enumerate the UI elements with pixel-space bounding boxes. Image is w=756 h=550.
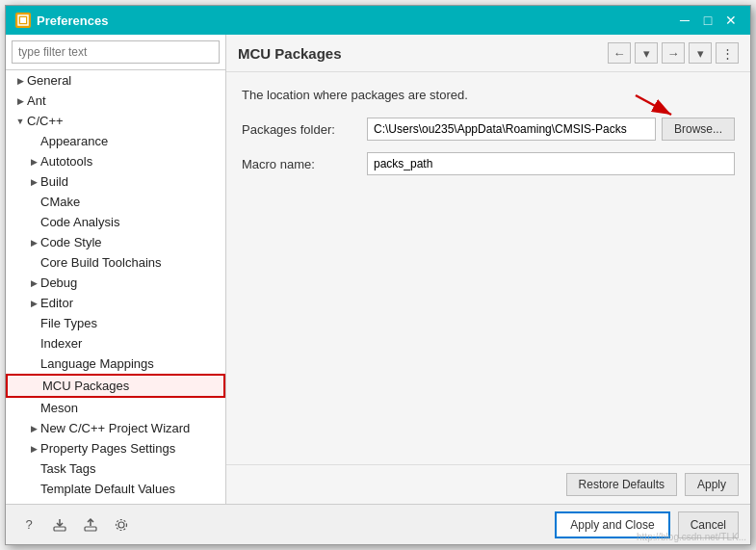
panel-toolbar: ← ▾ → ▾ ⋮ xyxy=(608,42,739,64)
help-button[interactable]: ? xyxy=(17,513,40,537)
description-text: The location where packages are stored. xyxy=(242,88,735,102)
packages-folder-row: Packages folder: xyxy=(242,118,735,141)
sidebar-item-label: Template Default Values xyxy=(40,482,218,496)
sidebar-item-general[interactable]: ▶ General xyxy=(6,70,225,91)
sidebar-item-appearance[interactable]: ▶ Appearance xyxy=(6,131,225,151)
panel-content: The location where packages are stored. … xyxy=(226,72,750,464)
sidebar-item-newcpp[interactable]: ▶ New C/C++ Project Wizard xyxy=(6,418,225,438)
svg-rect-1 xyxy=(20,17,26,23)
title-bar-left: Preferences xyxy=(15,13,108,28)
sidebar-item-corebuild[interactable]: ▶ Core Build Toolchains xyxy=(6,252,225,273)
back-button[interactable]: ← xyxy=(608,42,631,64)
sidebar-item-label: Appearance xyxy=(40,134,218,148)
apply-button[interactable]: Apply xyxy=(685,473,739,496)
forward-button[interactable]: → xyxy=(662,42,685,64)
macro-label: Macro name: xyxy=(242,157,367,171)
chevron-down-icon: ▾ xyxy=(643,46,650,61)
svg-point-8 xyxy=(118,522,124,528)
sidebar-item-label: Autotools xyxy=(40,154,218,169)
arrow-icon: ▼ xyxy=(13,115,27,128)
restore-defaults-button[interactable]: Restore Defaults xyxy=(566,473,677,496)
macro-input[interactable] xyxy=(367,152,735,175)
sidebar-item-label: Gradle xyxy=(40,502,218,504)
arrow-icon: ▶ xyxy=(27,422,40,435)
content-area: ▶ General ▶ Ant ▼ C/C++ ▶ Appearance xyxy=(6,35,750,504)
preferences-dialog: Preferences ─ □ ✕ ▶ General ▶ An xyxy=(5,5,751,545)
export-button-1[interactable] xyxy=(48,513,71,537)
arrow-icon: ▶ xyxy=(27,442,40,456)
sidebar-item-label: Indexer xyxy=(40,336,218,351)
watermark: http://blog.csdn.net/TLK... xyxy=(637,532,746,542)
packages-input[interactable] xyxy=(367,118,656,141)
sidebar-item-label: Build xyxy=(40,174,218,189)
arrow-icon: ▶ xyxy=(27,276,40,290)
sidebar-item-label: Property Pages Settings xyxy=(40,441,218,456)
search-input[interactable] xyxy=(12,40,220,64)
sidebar-item-label: Meson xyxy=(40,401,218,415)
forward-icon: → xyxy=(667,46,680,61)
panel-header: MCU Packages ← ▾ → ▾ ⋮ xyxy=(226,35,750,72)
more-icon: ⋮ xyxy=(721,46,734,61)
arrow-icon: ▶ xyxy=(27,155,40,169)
arrow-icon: ▶ xyxy=(13,74,27,88)
sidebar-item-propertypages[interactable]: ▶ Property Pages Settings xyxy=(6,438,225,458)
sidebar-item-indexer[interactable]: ▶ Indexer xyxy=(6,333,225,354)
minimize-button[interactable]: ─ xyxy=(675,11,694,30)
sidebar-item-label: Debug xyxy=(40,275,218,290)
settings-icon xyxy=(114,517,129,533)
sidebar-item-codeanalysis[interactable]: ▶ Code Analysis xyxy=(6,212,225,232)
macro-field xyxy=(367,152,735,175)
sidebar-item-label: Code Style xyxy=(40,235,218,249)
panel-title: MCU Packages xyxy=(238,45,342,62)
export-icon-2 xyxy=(83,517,98,533)
arrow-icon: ▶ xyxy=(27,236,40,249)
sidebar-item-languagemappings[interactable]: ▶ Language Mappings xyxy=(6,354,225,374)
packages-label: Packages folder: xyxy=(242,122,367,137)
sidebar-item-autotools[interactable]: ▶ Autotools xyxy=(6,151,225,171)
maximize-button[interactable]: □ xyxy=(698,11,717,30)
browse-button[interactable]: Browse... xyxy=(662,118,735,141)
panel-footer: Restore Defaults Apply xyxy=(226,464,750,504)
sidebar-item-cpp[interactable]: ▼ C/C++ xyxy=(6,111,225,131)
arrow-icon: ▶ xyxy=(27,175,40,189)
tree-container: ▶ General ▶ Ant ▼ C/C++ ▶ Appearance xyxy=(6,70,225,504)
title-bar: Preferences ─ □ ✕ xyxy=(6,6,750,35)
more-button[interactable]: ⋮ xyxy=(716,42,739,64)
sidebar-item-mcupackages[interactable]: ▶ MCU Packages xyxy=(6,374,225,398)
sidebar-item-label: Language Mappings xyxy=(40,356,218,371)
sidebar-item-templatedefault[interactable]: ▶ Template Default Values xyxy=(6,479,225,499)
sidebar-item-gradle[interactable]: ▶ Gradle xyxy=(6,499,225,504)
dialog-title: Preferences xyxy=(37,13,108,28)
packages-field: Browse... xyxy=(367,118,735,141)
sidebar-item-label: C/C++ xyxy=(27,114,218,128)
svg-rect-4 xyxy=(54,527,65,531)
sidebar: ▶ General ▶ Ant ▼ C/C++ ▶ Appearance xyxy=(6,35,226,504)
sidebar-item-ant[interactable]: ▶ Ant xyxy=(6,91,225,111)
sidebar-item-label: CMake xyxy=(40,195,218,209)
back-icon: ← xyxy=(613,46,626,61)
forward-dropdown-button[interactable]: ▾ xyxy=(689,42,712,64)
sidebar-item-editor[interactable]: ▶ Editor xyxy=(6,293,225,313)
sidebar-item-filetypes[interactable]: ▶ File Types xyxy=(6,313,225,333)
app-icon xyxy=(15,13,31,28)
window-controls: ─ □ ✕ xyxy=(675,11,741,30)
chevron-down-icon: ▾ xyxy=(697,46,704,61)
settings-button[interactable] xyxy=(110,513,133,537)
sidebar-item-tasktags[interactable]: ▶ Task Tags xyxy=(6,458,225,479)
sidebar-item-codestyle[interactable]: ▶ Code Style xyxy=(6,232,225,252)
export-icon-1 xyxy=(52,517,67,533)
sidebar-item-build[interactable]: ▶ Build xyxy=(6,171,225,192)
close-button[interactable]: ✕ xyxy=(721,11,741,30)
sidebar-item-cmake[interactable]: ▶ CMake xyxy=(6,192,225,212)
back-dropdown-button[interactable]: ▾ xyxy=(635,42,658,64)
export-button-2[interactable] xyxy=(79,513,102,537)
sidebar-item-label: File Types xyxy=(40,316,218,330)
sidebar-item-label: Core Build Toolchains xyxy=(40,255,218,270)
macro-name-row: Macro name: xyxy=(242,152,735,175)
sidebar-item-label: Code Analysis xyxy=(40,215,218,229)
sidebar-item-debug[interactable]: ▶ Debug xyxy=(6,273,225,293)
help-icon: ? xyxy=(25,517,32,532)
sidebar-item-meson[interactable]: ▶ Meson xyxy=(6,398,225,418)
arrow-icon: ▶ xyxy=(13,94,27,108)
filter-box xyxy=(6,35,225,70)
